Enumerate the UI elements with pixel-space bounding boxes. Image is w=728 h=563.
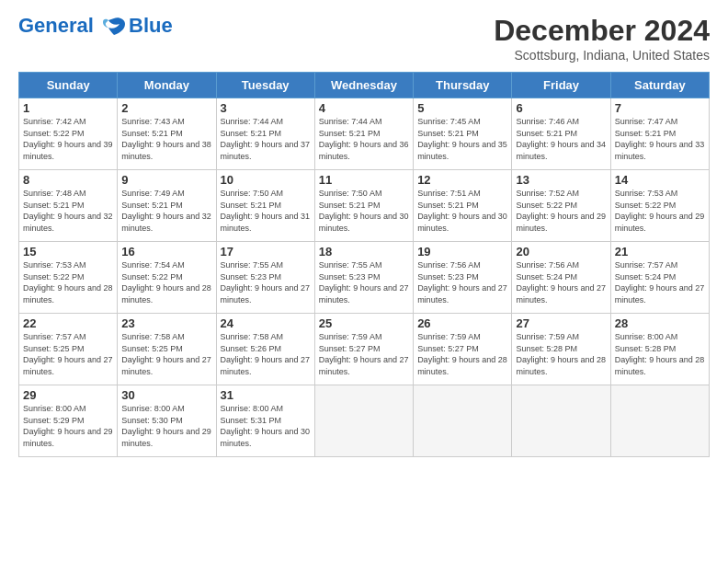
day-number: 9 <box>121 173 211 187</box>
day-number: 18 <box>319 245 409 259</box>
month-title: December 2024 <box>494 14 710 48</box>
table-row: 19 Sunrise: 7:56 AMSunset: 5:23 PMDaylig… <box>414 242 512 314</box>
day-info: Sunrise: 7:57 AMSunset: 5:25 PMDaylight:… <box>23 332 113 376</box>
table-row: 18 Sunrise: 7:55 AMSunset: 5:23 PMDaylig… <box>314 242 413 314</box>
calendar-week-row: 29 Sunrise: 8:00 AMSunset: 5:29 PMDaylig… <box>19 385 710 457</box>
title-block: December 2024 Scottsburg, Indiana, Unite… <box>494 14 710 63</box>
day-info: Sunrise: 8:00 AMSunset: 5:30 PMDaylight:… <box>121 404 211 448</box>
logo: General Blue <box>18 14 173 38</box>
day-number: 17 <box>221 245 311 259</box>
table-row: 8 Sunrise: 7:48 AMSunset: 5:21 PMDayligh… <box>19 170 118 242</box>
col-sunday: Sunday <box>19 73 118 98</box>
day-number: 24 <box>221 316 311 330</box>
day-info: Sunrise: 7:55 AMSunset: 5:23 PMDaylight:… <box>319 260 409 304</box>
col-saturday: Saturday <box>610 73 709 98</box>
calendar-table: Sunday Monday Tuesday Wednesday Thursday… <box>18 72 710 457</box>
table-row: 5 Sunrise: 7:45 AMSunset: 5:21 PMDayligh… <box>414 98 512 170</box>
day-info: Sunrise: 7:48 AMSunset: 5:21 PMDaylight:… <box>23 189 113 233</box>
day-info: Sunrise: 8:00 AMSunset: 5:28 PMDaylight:… <box>615 332 705 376</box>
calendar-week-row: 1 Sunrise: 7:42 AMSunset: 5:22 PMDayligh… <box>19 98 710 170</box>
calendar-week-row: 8 Sunrise: 7:48 AMSunset: 5:21 PMDayligh… <box>19 170 710 242</box>
day-info: Sunrise: 7:53 AMSunset: 5:22 PMDaylight:… <box>615 189 705 233</box>
location-text: Scottsburg, Indiana, United States <box>494 48 710 63</box>
day-number: 3 <box>221 101 311 115</box>
day-number: 21 <box>615 245 705 259</box>
table-row: 11 Sunrise: 7:50 AMSunset: 5:21 PMDaylig… <box>314 170 413 242</box>
table-row: 3 Sunrise: 7:44 AMSunset: 5:21 PMDayligh… <box>216 98 314 170</box>
day-number: 16 <box>121 245 211 259</box>
table-row: 15 Sunrise: 7:53 AMSunset: 5:22 PMDaylig… <box>19 242 118 314</box>
col-tuesday: Tuesday <box>216 73 314 98</box>
table-row: 31 Sunrise: 8:00 AMSunset: 5:31 PMDaylig… <box>216 385 314 457</box>
day-info: Sunrise: 7:49 AMSunset: 5:21 PMDaylight:… <box>121 189 211 233</box>
table-row: 7 Sunrise: 7:47 AMSunset: 5:21 PMDayligh… <box>610 98 709 170</box>
day-info: Sunrise: 7:58 AMSunset: 5:25 PMDaylight:… <box>121 332 211 376</box>
table-row: 1 Sunrise: 7:42 AMSunset: 5:22 PMDayligh… <box>19 98 118 170</box>
day-info: Sunrise: 7:51 AMSunset: 5:21 PMDaylight:… <box>417 189 507 233</box>
day-number: 7 <box>615 101 705 115</box>
day-number: 22 <box>23 316 113 330</box>
calendar-week-row: 22 Sunrise: 7:57 AMSunset: 5:25 PMDaylig… <box>19 314 710 385</box>
day-number: 13 <box>516 173 606 187</box>
table-row: 2 Sunrise: 7:43 AMSunset: 5:21 PMDayligh… <box>118 98 216 170</box>
day-number: 2 <box>121 101 211 115</box>
day-info: Sunrise: 7:45 AMSunset: 5:21 PMDaylight:… <box>417 117 507 161</box>
day-number: 15 <box>23 245 113 259</box>
page-container: General Blue December 2024 Scottsburg, I… <box>0 0 728 466</box>
table-row <box>512 385 610 457</box>
logo-text-blue: Blue <box>129 14 173 38</box>
day-number: 14 <box>615 173 705 187</box>
table-row <box>314 385 413 457</box>
table-row: 12 Sunrise: 7:51 AMSunset: 5:21 PMDaylig… <box>414 170 512 242</box>
table-row: 30 Sunrise: 8:00 AMSunset: 5:30 PMDaylig… <box>118 385 216 457</box>
col-wednesday: Wednesday <box>314 73 413 98</box>
table-row: 17 Sunrise: 7:55 AMSunset: 5:23 PMDaylig… <box>216 242 314 314</box>
day-info: Sunrise: 7:59 AMSunset: 5:27 PMDaylight:… <box>417 332 507 376</box>
day-info: Sunrise: 7:43 AMSunset: 5:21 PMDaylight:… <box>121 117 211 161</box>
day-number: 11 <box>319 173 409 187</box>
table-row: 28 Sunrise: 8:00 AMSunset: 5:28 PMDaylig… <box>610 314 709 385</box>
day-number: 10 <box>221 173 311 187</box>
table-row: 16 Sunrise: 7:54 AMSunset: 5:22 PMDaylig… <box>118 242 216 314</box>
col-thursday: Thursday <box>414 73 512 98</box>
day-info: Sunrise: 7:42 AMSunset: 5:22 PMDaylight:… <box>23 117 113 161</box>
day-info: Sunrise: 7:58 AMSunset: 5:26 PMDaylight:… <box>221 332 311 376</box>
day-info: Sunrise: 7:59 AMSunset: 5:27 PMDaylight:… <box>319 332 409 376</box>
day-number: 28 <box>615 316 705 330</box>
table-row: 13 Sunrise: 7:52 AMSunset: 5:22 PMDaylig… <box>512 170 610 242</box>
table-row: 4 Sunrise: 7:44 AMSunset: 5:21 PMDayligh… <box>314 98 413 170</box>
table-row: 27 Sunrise: 7:59 AMSunset: 5:28 PMDaylig… <box>512 314 610 385</box>
day-info: Sunrise: 7:54 AMSunset: 5:22 PMDaylight:… <box>121 260 211 304</box>
table-row: 29 Sunrise: 8:00 AMSunset: 5:29 PMDaylig… <box>19 385 118 457</box>
day-info: Sunrise: 7:46 AMSunset: 5:21 PMDaylight:… <box>516 117 606 161</box>
day-number: 1 <box>23 101 113 115</box>
calendar-header-row: Sunday Monday Tuesday Wednesday Thursday… <box>19 73 710 98</box>
day-number: 6 <box>516 101 606 115</box>
table-row: 22 Sunrise: 7:57 AMSunset: 5:25 PMDaylig… <box>19 314 118 385</box>
table-row <box>414 385 512 457</box>
table-row: 21 Sunrise: 7:57 AMSunset: 5:24 PMDaylig… <box>610 242 709 314</box>
day-info: Sunrise: 7:57 AMSunset: 5:24 PMDaylight:… <box>615 260 705 304</box>
day-info: Sunrise: 8:00 AMSunset: 5:29 PMDaylight:… <box>23 404 113 448</box>
day-number: 23 <box>121 316 211 330</box>
table-row <box>610 385 709 457</box>
col-friday: Friday <box>512 73 610 98</box>
table-row: 10 Sunrise: 7:50 AMSunset: 5:21 PMDaylig… <box>216 170 314 242</box>
day-number: 25 <box>319 316 409 330</box>
day-number: 4 <box>319 101 409 115</box>
table-row: 23 Sunrise: 7:58 AMSunset: 5:25 PMDaylig… <box>118 314 216 385</box>
day-number: 30 <box>121 388 211 402</box>
day-number: 5 <box>417 101 507 115</box>
day-number: 26 <box>417 316 507 330</box>
table-row: 9 Sunrise: 7:49 AMSunset: 5:21 PMDayligh… <box>118 170 216 242</box>
day-info: Sunrise: 7:53 AMSunset: 5:22 PMDaylight:… <box>23 260 113 304</box>
day-number: 20 <box>516 245 606 259</box>
table-row: 14 Sunrise: 7:53 AMSunset: 5:22 PMDaylig… <box>610 170 709 242</box>
table-row: 26 Sunrise: 7:59 AMSunset: 5:27 PMDaylig… <box>414 314 512 385</box>
table-row: 6 Sunrise: 7:46 AMSunset: 5:21 PMDayligh… <box>512 98 610 170</box>
day-number: 31 <box>221 388 311 402</box>
logo-text-general: General <box>18 14 94 37</box>
day-info: Sunrise: 7:44 AMSunset: 5:21 PMDaylight:… <box>319 117 409 161</box>
calendar-week-row: 15 Sunrise: 7:53 AMSunset: 5:22 PMDaylig… <box>19 242 710 314</box>
day-info: Sunrise: 7:50 AMSunset: 5:21 PMDaylight:… <box>319 189 409 233</box>
